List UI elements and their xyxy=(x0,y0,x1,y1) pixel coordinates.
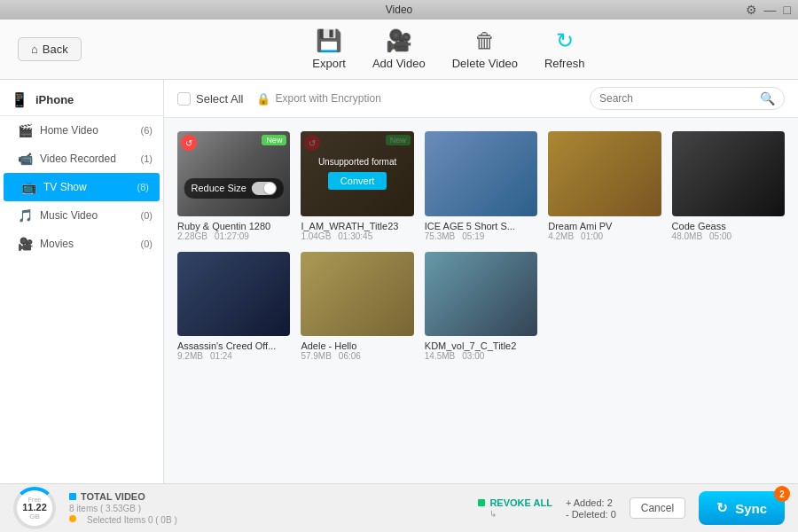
video-duration: 01:27:09 xyxy=(215,231,249,241)
toolbar-actions: 💾 Export 🎥 Add Video 🗑 Delete Video ↻ Re… xyxy=(117,28,780,70)
select-all[interactable]: Select All xyxy=(177,92,243,106)
music-video-count: (0) xyxy=(141,210,153,221)
sidebar-item-music-video[interactable]: 🎵 Music Video (0) xyxy=(0,201,163,230)
video-item-assassin[interactable]: Assassin's Creed Off... 9.2MB 01:24 xyxy=(177,252,290,362)
delete-video-icon: 🗑 xyxy=(474,28,496,53)
video-grid: ↺ New Reduce Size Ruby & Quentin 1280 2.… xyxy=(164,118,798,374)
total-video-count: 8 items ( 3.53GB ) xyxy=(69,504,141,513)
minimize-button[interactable]: — xyxy=(764,3,777,17)
refresh-icon: ↻ xyxy=(556,28,574,53)
reduce-size-overlay: Reduce Size xyxy=(184,178,284,199)
search-icon: 🔍 xyxy=(760,91,775,106)
added-deleted-info: + Added: 2 - Deleted: 0 xyxy=(566,497,616,520)
video-meta: 48.0MB 05:00 xyxy=(672,231,785,241)
sidebar-item-video-recorded[interactable]: 📹 Video Recorded (1) xyxy=(0,145,163,173)
toolbar: ⌂ Back 💾 Export 🎥 Add Video 🗑 Delete Vid… xyxy=(0,20,798,80)
unsupported-overlay: Unsupported format Convert xyxy=(301,131,413,216)
add-video-icon: 🎥 xyxy=(386,28,412,53)
video-name: KDM_vol_7_C_Title2 xyxy=(425,340,537,351)
search-input[interactable] xyxy=(599,92,760,105)
selected-items: Selected Items 0 ( 0B ) xyxy=(69,515,177,525)
video-size: 1.04GB xyxy=(301,231,331,241)
sidebar-item-tv-show[interactable]: 📺 TV Show (8) xyxy=(4,173,160,201)
select-all-label: Select All xyxy=(196,92,243,106)
total-video-info: TOTAL VIDEO 8 items ( 3.53GB ) Selected … xyxy=(69,491,177,525)
export-with-encryption-button[interactable]: 🔒 Export with Encryption xyxy=(256,92,380,106)
export-action[interactable]: 💾 Export xyxy=(312,28,346,70)
storage-indicator: Free 11.22 GB xyxy=(13,487,56,529)
video-duration: 01:00 xyxy=(581,231,603,241)
video-meta: 57.9MB 06:06 xyxy=(301,351,413,361)
new-badge: New xyxy=(262,135,286,145)
sidebar-item-movies[interactable]: 🎥 Movies (0) xyxy=(0,230,163,258)
video-item-ruby[interactable]: ↺ New Reduce Size Ruby & Quentin 1280 2.… xyxy=(177,131,290,241)
video-duration: 01:24 xyxy=(210,351,232,361)
sidebar: 📱 iPhone 🎬 Home Video (6) 📹 Video Record… xyxy=(0,80,164,483)
refresh-action[interactable]: ↻ Refresh xyxy=(544,28,585,70)
storage-unit: GB xyxy=(29,512,40,520)
lock-icon: 🔒 xyxy=(256,92,270,106)
deleted-count: - Deleted: 0 xyxy=(566,509,616,520)
sync-button[interactable]: ↻ Sync 2 xyxy=(699,491,785,525)
device-label: iPhone xyxy=(35,93,74,106)
green-dot-icon xyxy=(478,499,485,506)
encrypt-label: Export with Encryption xyxy=(275,92,380,105)
video-name: Ruby & Quentin 1280 xyxy=(177,221,290,231)
maximize-button[interactable]: □ xyxy=(784,3,791,17)
tv-show-count: (8) xyxy=(137,182,149,192)
video-duration: 03:00 xyxy=(462,351,484,361)
video-duration: 06:06 xyxy=(339,351,361,361)
video-meta: 14.5MB 03:00 xyxy=(425,351,537,361)
revoke-all-button[interactable]: REVOKE ALL xyxy=(478,497,552,508)
search-box[interactable]: 🔍 xyxy=(590,87,785,110)
back-button[interactable]: ⌂ Back xyxy=(18,37,82,61)
content-area: Select All 🔒 Export with Encryption 🔍 ↺ … xyxy=(164,80,798,483)
video-name: Adele - Hello xyxy=(301,340,413,351)
settings-icon[interactable]: ⚙ xyxy=(746,3,757,17)
video-size: 9.2MB xyxy=(177,351,203,361)
cancel-button[interactable]: Cancel xyxy=(630,497,685,519)
video-recorded-count: (1) xyxy=(141,153,153,164)
video-recorded-icon: 📹 xyxy=(18,152,33,166)
video-size: 48.0MB xyxy=(672,231,702,241)
video-thumb-dream xyxy=(548,131,661,216)
video-duration: 01:30:45 xyxy=(338,231,372,241)
video-name: I_AM_WRATH_Title23 xyxy=(301,221,413,231)
video-item-adele[interactable]: Adele - Hello 57.9MB 06:06 xyxy=(301,252,413,362)
video-item-kdm[interactable]: KDM_vol_7_C_Title2 14.5MB 03:00 xyxy=(425,252,537,362)
video-thumb-adele xyxy=(301,252,413,337)
delete-video-action[interactable]: 🗑 Delete Video xyxy=(452,28,518,70)
video-item-codegeass[interactable]: Code Geass 48.0MB 05:00 xyxy=(672,131,785,241)
unsupported-text: Unsupported format xyxy=(318,157,396,167)
reduce-size-toggle[interactable] xyxy=(252,182,277,195)
video-duration: 05:19 xyxy=(462,231,484,241)
video-item-iceage[interactable]: ICE AGE 5 Short S... 75.3MB 05:19 xyxy=(425,131,537,241)
video-item-iam[interactable]: ↺ New Unsupported format Convert I_AM_WR… xyxy=(301,131,413,241)
back-icon: ⌂ xyxy=(31,43,38,56)
sidebar-item-home-video[interactable]: 🎬 Home Video (6) xyxy=(0,116,163,145)
sync-icon: ↻ xyxy=(716,500,728,516)
video-thumb-codegeass xyxy=(672,131,785,216)
video-item-dream[interactable]: Dream Ami PV 4.2MB 01:00 xyxy=(548,131,661,241)
video-size: 4.2MB xyxy=(548,231,574,241)
movies-count: (0) xyxy=(141,239,153,249)
sidebar-label-music-video: Music Video xyxy=(40,209,134,222)
video-size: 14.5MB xyxy=(425,351,455,361)
video-name: Assassin's Creed Off... xyxy=(177,340,290,351)
yellow-dot-icon xyxy=(69,515,76,522)
home-video-icon: 🎬 xyxy=(18,123,33,137)
video-name: Dream Ami PV xyxy=(548,221,661,231)
redo-badge: ↺ xyxy=(181,135,197,151)
add-video-action[interactable]: 🎥 Add Video xyxy=(372,28,426,70)
video-size: 57.9MB xyxy=(301,351,331,361)
total-video-title: TOTAL VIDEO xyxy=(69,491,177,502)
select-all-checkbox[interactable] xyxy=(177,92,191,106)
video-name: Code Geass xyxy=(672,221,785,231)
movies-icon: 🎥 xyxy=(18,237,33,251)
home-video-count: (6) xyxy=(141,125,153,136)
status-bar: Free 11.22 GB TOTAL VIDEO 8 items ( 3.53… xyxy=(0,483,798,532)
convert-button[interactable]: Convert xyxy=(328,172,387,190)
video-size: 2.28GB xyxy=(177,231,207,241)
video-thumb-iam: ↺ New Unsupported format Convert xyxy=(301,131,413,216)
title-bar: Video ⚙ — □ xyxy=(0,0,798,20)
